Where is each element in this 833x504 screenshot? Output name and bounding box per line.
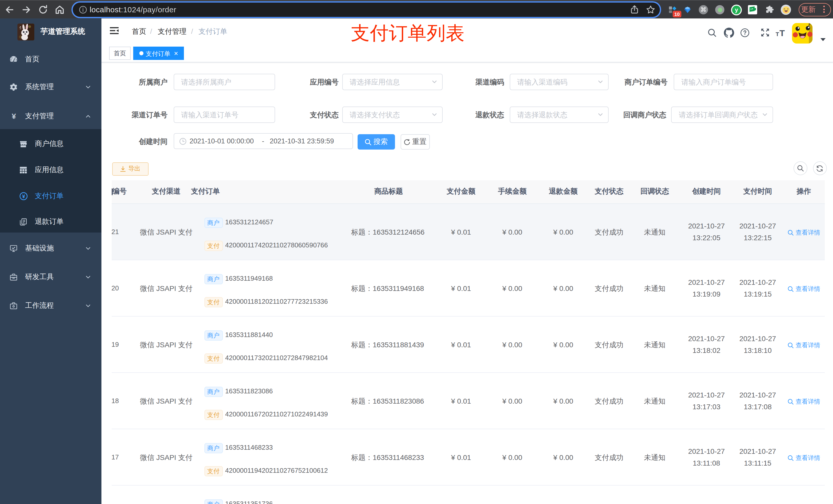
svg-text:T: T bbox=[776, 31, 779, 37]
svg-text:T: T bbox=[780, 28, 785, 37]
svg-text:¥: ¥ bbox=[22, 193, 25, 199]
svg-text:¥: ¥ bbox=[12, 112, 16, 120]
